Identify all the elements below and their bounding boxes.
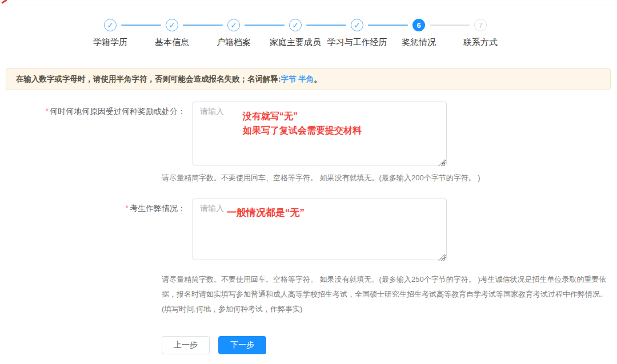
stepper-step-7[interactable]: 7 联系方式 xyxy=(450,19,511,48)
required-asterisk: * xyxy=(126,204,129,213)
check-icon: ✓ xyxy=(227,19,240,31)
notice-text-end: 。 xyxy=(314,74,322,84)
field-help-text: 请尽量精简字数。不要使用回车。空格等字符。 如果没有就填无。(最多输入250个字… xyxy=(162,272,612,317)
previous-step-button[interactable]: 上一步 xyxy=(162,336,210,354)
step-connector xyxy=(368,25,408,26)
step-label: 学习与工作经历 xyxy=(327,37,387,48)
step-connector xyxy=(245,25,285,26)
step-label: 奖惩情况 xyxy=(402,37,436,48)
wizard-stepper: ✓ 学籍学历 ✓ 基本信息 ✓ 户籍档案 ✓ 家庭主要成员 ✓ 学习与工作经历 … xyxy=(79,19,511,48)
step-connector xyxy=(121,25,161,26)
stepper-step-3[interactable]: ✓ 户籍档案 xyxy=(203,19,265,48)
step-number: 6 xyxy=(412,19,425,31)
field-row-rewards-punishments: *何时何地何原因受过何种奖励或处分： 没有就写“无” 如果写了复试会需要提交材料 xyxy=(0,102,447,168)
check-icon: ✓ xyxy=(289,19,302,31)
field-row-cheating-record: *考生作弊情况： 一般情况都是“无” xyxy=(0,199,447,262)
field-help-text: 请尽量精简字数。不要使用回车、空格等字符。 如果没有就填无。(最多输入200个字… xyxy=(162,171,562,185)
step-connector xyxy=(430,25,470,26)
glossary-link-halfwidth[interactable]: 半角 xyxy=(298,74,314,84)
step-connector xyxy=(183,25,223,26)
notice-text: 在输入数字或字母时，请使用半角字符，否则可能会造成报名失败；名词解释: xyxy=(16,74,281,84)
check-icon: ✓ xyxy=(351,19,363,31)
field-label: *考生作弊情况： xyxy=(0,199,190,262)
glossary-link-byte[interactable]: 字节 xyxy=(281,74,297,84)
rewards-punishments-textarea[interactable] xyxy=(193,102,447,165)
cheating-record-textarea[interactable] xyxy=(193,199,447,260)
check-icon: ✓ xyxy=(104,19,117,31)
halfwidth-warning-banner: 在输入数字或字母时，请使用半角字符，否则可能会造成报名失败；名词解释: 字节 半… xyxy=(6,68,611,90)
step-label: 家庭主要成员 xyxy=(270,37,321,48)
check-icon: ✓ xyxy=(166,19,178,31)
next-step-button[interactable]: 下一步 xyxy=(218,336,266,354)
step-label: 学籍学历 xyxy=(93,37,127,48)
step-connector xyxy=(306,25,346,26)
step-label: 户籍档案 xyxy=(217,37,251,48)
red-tick-mark xyxy=(1,0,7,4)
stepper-step-6-current[interactable]: 6 奖惩情况 xyxy=(388,19,450,48)
step-number: 7 xyxy=(474,19,487,31)
field-label: *何时何地何原因受过何种奖励或处分： xyxy=(0,102,190,168)
step-label: 基本信息 xyxy=(155,37,189,48)
stepper-step-5[interactable]: ✓ 学习与工作经历 xyxy=(326,19,388,48)
required-asterisk: * xyxy=(46,107,49,116)
stepper-step-1[interactable]: ✓ 学籍学历 xyxy=(79,19,141,48)
step-label: 联系方式 xyxy=(463,37,498,48)
stepper-step-4[interactable]: ✓ 家庭主要成员 xyxy=(265,19,326,48)
stepper-step-2[interactable]: ✓ 基本信息 xyxy=(141,19,203,48)
top-divider xyxy=(0,6,617,6)
wizard-nav-buttons: 上一步 下一步 xyxy=(162,336,266,354)
